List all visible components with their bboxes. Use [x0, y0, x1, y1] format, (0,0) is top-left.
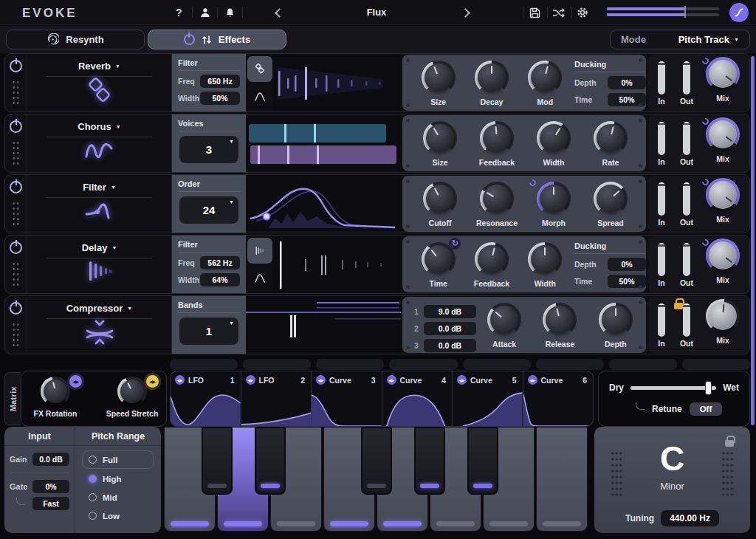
chorus-power-icon[interactable]	[10, 120, 22, 133]
pitch-option-low[interactable]: Low	[82, 507, 154, 525]
width-value[interactable]: 50%	[200, 92, 240, 105]
preset-prev-icon[interactable]	[276, 5, 283, 20]
dry-wet-slider[interactable]	[630, 386, 716, 390]
mod-assign-icon[interactable]	[316, 375, 326, 385]
mix-knob[interactable]	[706, 178, 740, 212]
mod-slot-curve-4[interactable]: Curve4	[382, 371, 453, 426]
compressor-drag-handle[interactable]	[12, 322, 20, 349]
rack-scrollbar[interactable]	[751, 56, 755, 425]
reverb-visualization[interactable]	[272, 54, 401, 111]
chorus-drag-handle[interactable]	[12, 140, 20, 167]
size-knob[interactable]	[422, 61, 456, 95]
delay-power-icon[interactable]	[10, 241, 22, 254]
notifications-bell-icon[interactable]	[224, 5, 236, 20]
freq-value[interactable]: 562 Hz	[200, 256, 240, 270]
mix-knob[interactable]	[706, 238, 740, 272]
decay-knob[interactable]	[475, 61, 509, 95]
mix-knob[interactable]	[706, 57, 740, 91]
mode-selector[interactable]: Mode Pitch Track	[610, 30, 750, 49]
meter-handle[interactable]	[684, 6, 686, 18]
black-key-Fs[interactable]	[361, 427, 392, 495]
compressor-visualization[interactable]	[246, 296, 401, 354]
feedback-knob[interactable]	[480, 121, 514, 155]
curve-mode-button[interactable]	[729, 3, 749, 22]
account-icon[interactable]	[199, 5, 211, 20]
filter-curve-toggle[interactable]	[247, 265, 272, 291]
voices-dropdown[interactable]: 3	[179, 136, 238, 163]
compressor-power-icon[interactable]	[10, 302, 22, 315]
resonance-knob[interactable]	[480, 182, 514, 216]
radio-icon-selected[interactable]	[89, 475, 97, 483]
gate-value[interactable]: 0%	[32, 480, 69, 493]
delay-view-toggle[interactable]	[247, 238, 272, 264]
mod-slot-lfo-2[interactable]: LFO2	[241, 371, 312, 426]
mode-value[interactable]: Pitch Track	[678, 34, 739, 45]
tab-resynth[interactable]: Resynth	[6, 30, 145, 49]
feedback-knob[interactable]	[475, 242, 509, 276]
randomize-shuffle-icon[interactable]	[552, 5, 565, 20]
cutoff-knob[interactable]	[423, 182, 457, 216]
rate-knob[interactable]	[594, 121, 628, 155]
release-knob[interactable]	[543, 303, 577, 337]
time-value[interactable]: 50%	[608, 275, 646, 288]
band-threshold[interactable]: 9.0 dB	[424, 305, 476, 318]
filter-curve-toggle[interactable]	[247, 83, 272, 109]
attack-knob[interactable]	[487, 303, 521, 337]
pitch-option-mid[interactable]: Mid	[82, 488, 154, 507]
pitch-option-full[interactable]: Full	[82, 450, 154, 469]
gate-mode-value[interactable]: Fast	[32, 497, 69, 510]
mod-slot-lfo-1[interactable]: LFO1	[171, 371, 241, 426]
io-link-lock-icon[interactable]	[674, 298, 683, 309]
preset-next-icon[interactable]	[462, 5, 469, 20]
key-lock-icon[interactable]	[725, 436, 734, 447]
black-key-As[interactable]	[467, 427, 498, 495]
reverb-drag-handle[interactable]	[12, 80, 20, 106]
band-threshold[interactable]: 0.0 dB	[424, 322, 476, 335]
mod-assign-icon[interactable]	[457, 375, 467, 385]
order-dropdown[interactable]: 24	[179, 196, 238, 224]
mix-knob[interactable]	[706, 117, 740, 151]
save-icon[interactable]	[529, 5, 540, 20]
delay-dropdown[interactable]: Delay	[27, 242, 171, 253]
dry-wet-handle[interactable]	[705, 381, 712, 395]
speed-stretch-knob[interactable]	[117, 377, 147, 406]
delay-drag-handle[interactable]	[12, 261, 20, 288]
help-icon[interactable]: ?	[176, 5, 182, 20]
radio-icon[interactable]	[89, 493, 97, 501]
filter-drag-handle[interactable]	[12, 201, 20, 227]
depth-value[interactable]: 0%	[608, 76, 646, 89]
gain-value[interactable]: 0.0 dB	[32, 453, 69, 466]
pitch-option-high[interactable]: High	[82, 470, 154, 488]
width-knob[interactable]	[528, 242, 562, 276]
delay-visualization[interactable]	[272, 236, 401, 293]
time-value[interactable]: 50%	[608, 93, 646, 106]
size-knob[interactable]	[423, 121, 457, 155]
speed-stretch-mod-badge[interactable]	[146, 375, 159, 388]
freq-value[interactable]: 650 Hz	[200, 75, 240, 88]
reverb-view-toggle[interactable]	[247, 56, 272, 82]
filter-visualization[interactable]	[246, 175, 401, 233]
mod-slot-curve-3[interactable]: Curve3	[312, 371, 382, 426]
settings-gear-icon[interactable]	[577, 5, 588, 20]
black-key-Gs[interactable]	[414, 427, 445, 495]
mod-slot-curve-6[interactable]: Curve6	[523, 371, 594, 426]
morph-knob[interactable]	[537, 182, 571, 216]
reverb-power-icon[interactable]	[10, 60, 22, 72]
compressor-dropdown[interactable]: Compressor	[27, 303, 171, 314]
mix-knob[interactable]	[706, 299, 740, 333]
depth-knob[interactable]	[599, 303, 633, 337]
effects-power-icon[interactable]	[184, 34, 195, 45]
mod-slot-curve-5[interactable]: Curve5	[453, 371, 523, 426]
width-value[interactable]: 64%	[200, 273, 240, 286]
time-knob[interactable]	[422, 242, 456, 276]
mod-assign-icon[interactable]	[528, 375, 537, 385]
band-threshold[interactable]: 0.0 dB	[424, 339, 476, 352]
preset-name[interactable]: Flux	[317, 7, 436, 18]
chorus-dropdown[interactable]: Chorus	[27, 121, 171, 132]
depth-value[interactable]: 0%	[608, 258, 646, 271]
white-key-C2[interactable]	[536, 427, 588, 532]
tab-effects[interactable]: Effects	[148, 30, 286, 49]
bands-dropdown[interactable]: 1	[179, 317, 238, 345]
mod-assign-icon[interactable]	[175, 375, 185, 385]
fx-rotation-knob[interactable]	[41, 377, 70, 406]
